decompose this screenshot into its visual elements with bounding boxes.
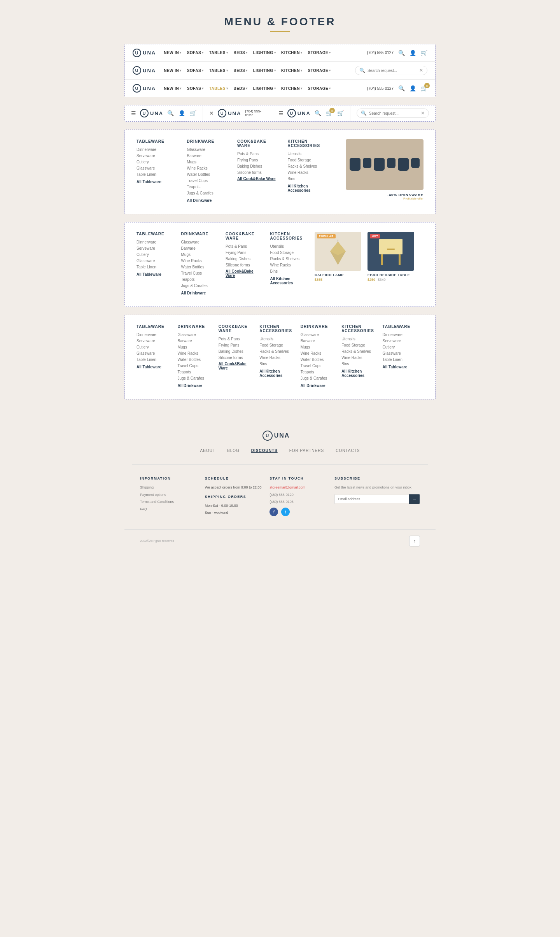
col2-item-4[interactable]: Wine Racks [177, 351, 210, 356]
nav-sofas-1[interactable]: SOFAS ▾ [187, 51, 204, 55]
col5-all-3[interactable]: All Drinkware [301, 384, 334, 388]
mobile-cart-icon-3b[interactable]: 🛒 [337, 110, 344, 116]
search-icon-1[interactable]: 🔍 [398, 50, 405, 56]
col3-item-3[interactable]: Baking Dishes [219, 349, 252, 354]
mobile-search-bar[interactable]: 🔍 ✕ [357, 109, 429, 118]
col6-item-5[interactable]: Bins [341, 362, 374, 366]
tableware-cutlery-1[interactable]: Cutlery [136, 160, 179, 164]
tableware-linen-2[interactable]: Table Linen [136, 265, 173, 269]
col6-item-1[interactable]: Utensils [341, 337, 374, 341]
cookbake-all-2[interactable]: All Cook&Bake Ware [226, 269, 262, 278]
cookbake-pots-1[interactable]: Pots & Pans [237, 152, 280, 156]
close-menu-icon[interactable]: ✕ [209, 110, 214, 116]
drinkware-barware-2[interactable]: Barware [181, 246, 218, 250]
col1-item-1[interactable]: Dinnerware [136, 333, 170, 337]
col3-all-3[interactable]: All Cook&Bake Ware [219, 362, 252, 370]
col5-item-5[interactable]: Water Bottles [301, 357, 334, 362]
kitchen-racks-1[interactable]: Racks & Shelves [288, 164, 331, 168]
col1-item-4[interactable]: Glassware [136, 351, 170, 356]
tableware-all-2[interactable]: All Tableware [136, 272, 173, 277]
col5-item-2[interactable]: Barware [301, 339, 334, 343]
nav-new-in-3[interactable]: NEW IN ▾ [164, 86, 182, 91]
tableware-serveware-2[interactable]: Serveware [136, 246, 173, 250]
col2-item-7[interactable]: Teapots [177, 370, 210, 374]
drinkware-mugs-1[interactable]: Mugs [187, 160, 230, 164]
col5-item-1[interactable]: Glassware [301, 333, 334, 337]
drinkware-glassware-1[interactable]: Glassware [187, 147, 230, 152]
nav-tables-2[interactable]: TABLES ▾ [209, 68, 228, 73]
mobile-search-icon-3[interactable]: 🔍 [315, 110, 321, 116]
product-card-table[interactable]: HOT EBRO BEDSID [368, 232, 414, 282]
footer-info-shipping[interactable]: Shipping [140, 485, 197, 490]
col2-item-5[interactable]: Water Bottles [177, 357, 210, 362]
search-input-2[interactable] [368, 68, 417, 73]
logo-3[interactable]: U UNA [133, 84, 156, 93]
footer-info-terms[interactable]: Terms and Conditions [140, 499, 197, 504]
nav-lighting-1[interactable]: LIGHTING ▾ [253, 51, 276, 55]
drinkware-travel-cups-1[interactable]: Travel Cups [187, 179, 230, 183]
nav-beds-2[interactable]: BEDS ▾ [233, 68, 247, 73]
col4-all-3[interactable]: All Kitchen Accessories [259, 369, 292, 378]
nav-kitchen-2[interactable]: KITCHEN ▾ [281, 68, 302, 73]
kitchen-bins-2[interactable]: Bins [270, 269, 307, 273]
cart-icon-wrap-3[interactable]: 🛒 5 [421, 85, 427, 91]
cookbake-baking-2[interactable]: Baking Dishes [226, 257, 262, 261]
col2-item-8[interactable]: Jugs & Carafes [177, 376, 210, 380]
kitchen-bins-1[interactable]: Bins [288, 177, 331, 181]
user-icon-3[interactable]: 👤 [410, 85, 416, 91]
footer-subscribe-button[interactable]: → [409, 494, 420, 504]
scroll-top-button[interactable]: ↑ [409, 536, 420, 546]
nav-beds-3[interactable]: BEDS ▾ [233, 86, 247, 91]
nav-lighting-2[interactable]: LIGHTING ▾ [253, 68, 276, 73]
col7-item-5[interactable]: Table Linen [383, 357, 416, 362]
mobile-logo-2[interactable]: U UNA [218, 109, 241, 117]
footer-info-payment[interactable]: Payment options [140, 492, 197, 497]
drinkware-barware-1[interactable]: Barware [187, 154, 230, 158]
nav-sofas-2[interactable]: SOFAS ▾ [187, 68, 204, 73]
logo-1[interactable]: U UNA [133, 49, 156, 57]
cookbake-frying-2[interactable]: Frying Pans [226, 250, 262, 255]
footer-contact-phone2[interactable]: (480) 555-0103 [270, 499, 327, 504]
nav-new-in-2[interactable]: NEW IN ▾ [164, 68, 182, 73]
mobile-logo-3[interactable]: U UNA [287, 109, 311, 117]
cookbake-all-1[interactable]: All Cook&Bake Ware [237, 177, 280, 181]
drinkware-jugs-1[interactable]: Jugs & Carafes [187, 191, 230, 195]
col3-item-2[interactable]: Frying Pans [219, 343, 252, 347]
col6-all-3[interactable]: All Kitchen Accessories [341, 369, 374, 378]
footer-contact-phone1[interactable]: (480) 555-0120 [270, 492, 327, 497]
drinkware-teapots-1[interactable]: Teapots [187, 185, 230, 189]
kitchen-wine-racks-2[interactable]: Wine Racks [270, 263, 307, 267]
col5-item-6[interactable]: Travel Cups [301, 364, 334, 368]
footer-nav-blog[interactable]: BLOG [227, 448, 240, 453]
footer-nav-discounts[interactable]: DISCOUNTS [251, 448, 278, 453]
col6-item-3[interactable]: Racks & Shelves [341, 349, 374, 354]
tableware-all-1[interactable]: All Tableware [136, 180, 179, 184]
tableware-serveware-1[interactable]: Serveware [136, 154, 179, 158]
nav-new-in-1[interactable]: NEW IN ▾ [164, 51, 182, 55]
drinkware-teapots-2[interactable]: Teapots [181, 277, 218, 282]
product-card-lamp[interactable]: POPULAR CALEIDO L [315, 232, 361, 282]
kitchen-all-2[interactable]: All Kitchen Accessories [270, 277, 307, 285]
drinkware-water-bottles-2[interactable]: Water Bottles [181, 265, 218, 269]
tableware-linen-1[interactable]: Table Linen [136, 172, 179, 177]
footer-nav-partners[interactable]: FOR PARTNERS [289, 448, 324, 453]
drinkware-jugs-2[interactable]: Jugs & Carafes [181, 284, 218, 288]
nav-kitchen-1[interactable]: KITCHEN ▾ [281, 51, 302, 55]
col2-item-1[interactable]: Glassware [177, 333, 210, 337]
mobile-search-icon-1[interactable]: 🔍 [167, 110, 174, 116]
drinkware-water-bottles-1[interactable]: Water Bottles [187, 172, 230, 177]
cookbake-silicone-2[interactable]: Silicone forms [226, 263, 262, 267]
cookbake-silicone-1[interactable]: Silicone forms [237, 170, 280, 175]
col4-item-3[interactable]: Racks & Shelves [259, 349, 292, 354]
col5-item-4[interactable]: Wine Racks [301, 351, 334, 356]
mobile-user-icon-1[interactable]: 👤 [178, 110, 185, 116]
drinkware-all-2[interactable]: All Drinkware [181, 291, 218, 295]
kitchen-food-storage-2[interactable]: Food Storage [270, 250, 307, 255]
kitchen-food-storage-1[interactable]: Food Storage [288, 158, 331, 162]
cart-icon-1[interactable]: 🛒 [421, 50, 427, 56]
nav-storage-2[interactable]: STORAGE ▾ [308, 68, 331, 73]
tableware-dinnerware-2[interactable]: Dinnerware [136, 240, 173, 244]
col2-item-3[interactable]: Mugs [177, 345, 210, 349]
footer-email-input[interactable] [335, 495, 409, 503]
col5-item-8[interactable]: Jugs & Carafes [301, 376, 334, 380]
